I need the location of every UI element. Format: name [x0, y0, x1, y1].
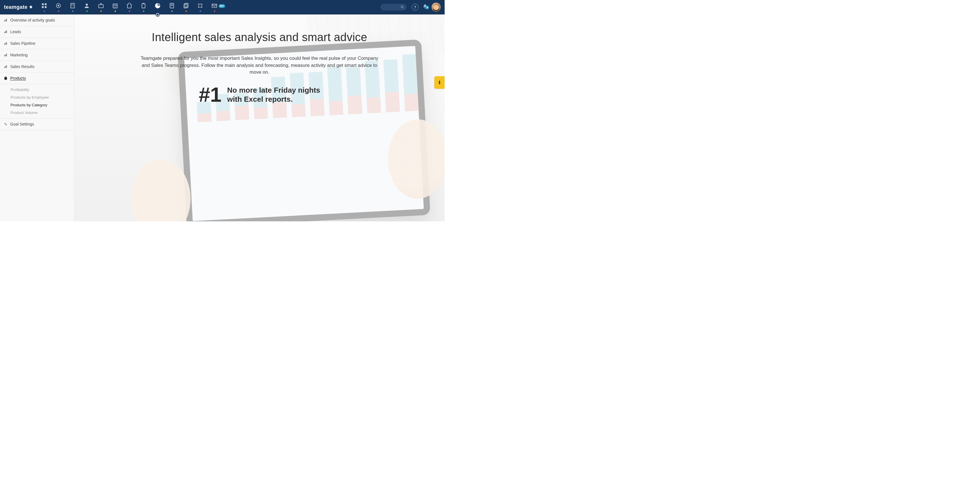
nav-dot	[185, 11, 187, 12]
nav-target[interactable]	[51, 0, 65, 14]
svg-point-46	[6, 124, 7, 125]
nav-calendar[interactable]: 11	[108, 0, 122, 14]
nav-files[interactable]	[179, 0, 193, 14]
svg-rect-30	[4, 20, 5, 22]
svg-rect-10	[73, 5, 73, 6]
svg-rect-31	[5, 19, 6, 22]
brand-logo[interactable]: teamgate	[4, 4, 33, 10]
nav-dot	[143, 11, 144, 12]
sidebar-sub-product-volume[interactable]: Product Volume	[0, 109, 74, 116]
sidebar-label: Leads	[10, 30, 21, 34]
svg-rect-43	[5, 66, 6, 68]
insights-icon	[154, 3, 161, 9]
svg-point-28	[401, 6, 403, 8]
hero-text: Intelligent sales analysis and smart adv…	[74, 14, 445, 221]
user-avatar[interactable]	[431, 3, 441, 12]
calendar-icon: 11	[112, 3, 118, 9]
svg-rect-27	[212, 4, 217, 8]
svg-point-24	[201, 4, 202, 5]
nav-clip[interactable]	[137, 0, 151, 14]
search-icon	[400, 5, 404, 9]
note-icon	[169, 3, 175, 9]
bag-icon	[4, 76, 8, 80]
nav-insights[interactable]	[151, 0, 165, 14]
nav-dot	[58, 11, 59, 12]
nav-briefcase[interactable]	[94, 0, 108, 14]
svg-rect-32	[6, 19, 7, 21]
svg-rect-39	[4, 55, 5, 56]
svg-rect-1	[45, 3, 46, 5]
nav-dot	[44, 11, 45, 12]
svg-rect-2	[42, 6, 44, 8]
nav-dot	[214, 11, 215, 12]
top-nav: teamgate 1199+ ? 4	[0, 0, 445, 14]
nav-active-indicator	[156, 13, 159, 16]
tagline-text: No more late Friday nights with Excel re…	[227, 86, 320, 104]
svg-rect-40	[5, 54, 6, 56]
brand-icon	[29, 5, 33, 10]
svg-rect-38	[6, 42, 7, 44]
sidebar-item-leads[interactable]: Leads	[0, 26, 74, 38]
company-icon	[70, 3, 76, 9]
nav-dot	[86, 11, 88, 12]
nav-person[interactable]	[80, 0, 94, 14]
tagline-line1: No more late Friday nights	[227, 86, 320, 95]
svg-rect-17	[143, 3, 144, 4]
sidebar-item-products[interactable]: Products	[0, 73, 74, 84]
side-tab-button[interactable]	[434, 76, 445, 89]
sidebar-item-overview-of-activity-goals[interactable]: Overview of activity goals	[0, 14, 74, 26]
sidebar-label: Sales Pipeline	[10, 41, 35, 46]
sidebar-sub-products-by-category[interactable]: Products by Category	[0, 101, 74, 109]
svg-rect-0	[42, 3, 44, 5]
sidebar-sub-profitability[interactable]: Profitability	[0, 86, 74, 93]
svg-point-5	[57, 5, 59, 6]
person-icon	[84, 3, 90, 9]
target-icon	[55, 3, 62, 9]
notifications-button[interactable]: 4	[423, 4, 428, 10]
hero-desc: Teamgate prepared for you the most impor…	[138, 55, 382, 76]
hero-tagline: #1 No more late Friday nights with Excel…	[199, 86, 320, 104]
sidebar-label: Sales Results	[10, 64, 35, 69]
search-box[interactable]	[380, 4, 407, 11]
svg-rect-35	[6, 30, 7, 33]
gears-icon	[4, 122, 8, 126]
svg-rect-44	[6, 65, 7, 68]
sidebar-label: Products	[10, 76, 26, 81]
nav-bag[interactable]	[122, 0, 137, 14]
bar-chart-icon	[4, 18, 8, 22]
sidebar-label: Marketing	[10, 53, 27, 57]
svg-rect-33	[4, 32, 5, 33]
svg-rect-36	[4, 43, 5, 45]
svg-point-11	[86, 4, 88, 6]
notif-count: 4	[425, 6, 429, 10]
briefcase-icon	[98, 3, 104, 9]
sidebar-item-marketing[interactable]: Marketing	[0, 49, 74, 61]
nav-dot	[129, 11, 130, 12]
nav-company[interactable]	[65, 0, 80, 14]
nav-icons: 1199+	[37, 0, 221, 14]
nav-note[interactable]	[165, 0, 179, 14]
hero-title: Intelligent sales analysis and smart adv…	[152, 31, 367, 44]
svg-point-45	[5, 123, 6, 124]
clip-icon	[140, 3, 146, 9]
svg-rect-37	[5, 43, 6, 45]
nav-dot	[115, 11, 116, 12]
sidebar-label: Overview of activity goals	[10, 18, 55, 22]
tagline-number: #1	[199, 87, 221, 103]
nav-dot	[200, 11, 201, 12]
compass-icon	[437, 80, 442, 85]
bag-icon	[126, 3, 132, 9]
sidebar-item-sales-pipeline[interactable]: Sales Pipeline	[0, 38, 74, 49]
sidebar-item-sales-results[interactable]: Sales Results	[0, 61, 74, 73]
svg-point-23	[198, 4, 199, 5]
help-button[interactable]: ?	[412, 4, 418, 11]
files-icon	[183, 3, 189, 9]
sidebar-sub-products-by-employee[interactable]: Products by Employee	[0, 93, 74, 101]
bar-chart-icon	[4, 30, 8, 34]
nav-dashboard[interactable]	[37, 0, 51, 14]
svg-rect-3	[45, 6, 46, 8]
nav-flow[interactable]	[193, 0, 207, 14]
nav-mail[interactable]: 99+	[207, 0, 221, 14]
bar-chart-icon	[4, 53, 8, 57]
sidebar-item-goal-settings[interactable]: Goal Settings	[0, 119, 74, 130]
